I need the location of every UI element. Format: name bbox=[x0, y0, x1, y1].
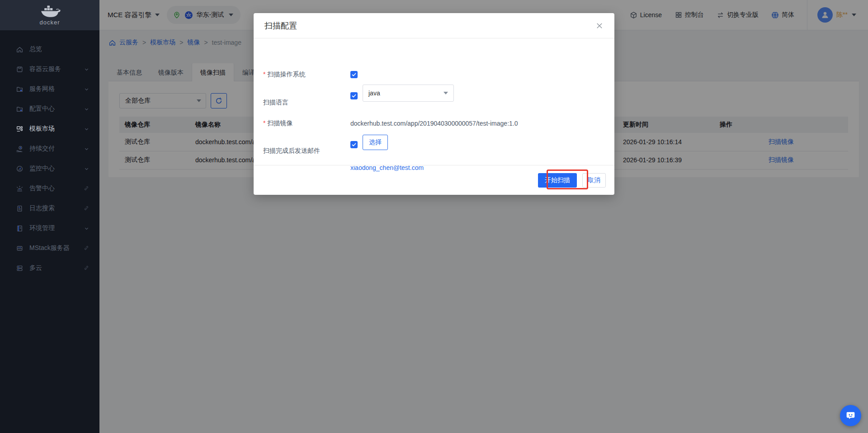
sidebar-item-label: 总览 bbox=[29, 45, 90, 53]
alert-center-icon bbox=[15, 184, 24, 193]
chevron-down-icon bbox=[83, 86, 90, 92]
server-icon bbox=[15, 244, 24, 253]
send-email-label: 扫描完成后发送邮件 bbox=[263, 147, 320, 155]
config-center-icon bbox=[15, 104, 24, 113]
chevron-down-icon bbox=[443, 92, 448, 94]
chevron-down-icon bbox=[83, 126, 90, 132]
sidebar-item-config-center[interactable]: 配置中心 bbox=[0, 99, 99, 119]
modal-title: 扫描配置 bbox=[264, 20, 297, 31]
page: docker 总览 容器云服务 服务网格 bbox=[0, 0, 868, 433]
chevron-down-icon bbox=[83, 165, 90, 172]
sidebar-item-multi-cloud[interactable]: 多云 bbox=[0, 258, 99, 278]
sidebar-item-log-search[interactable]: 日志搜索 bbox=[0, 198, 99, 218]
sidebar-item-overview[interactable]: 总览 bbox=[0, 39, 99, 59]
start-scan-button[interactable]: 开始扫描 bbox=[538, 173, 577, 188]
chevron-down-icon bbox=[83, 225, 90, 231]
docker-whale-icon bbox=[38, 5, 61, 19]
sidebar: docker 总览 容器云服务 服务网格 bbox=[0, 0, 99, 433]
sidebar-item-template-market[interactable]: 模板市场 bbox=[0, 119, 99, 139]
multi-cloud-icon bbox=[15, 264, 24, 273]
scan-image-value: dockerhub.test.com/app/2019040300000057/… bbox=[350, 120, 518, 127]
continuous-delivery-icon bbox=[15, 144, 24, 153]
chevron-down-icon bbox=[83, 146, 90, 152]
env-management-icon bbox=[15, 224, 24, 233]
modal-body: *扫描操作系统 扫描语言 java bbox=[254, 38, 614, 165]
sidebar-item-alert-center[interactable]: 告警中心 bbox=[0, 179, 99, 198]
brand-logo-text: docker bbox=[39, 19, 60, 26]
sidebar-item-monitor-center[interactable]: 监控中心 bbox=[0, 159, 99, 179]
chevron-down-icon bbox=[83, 106, 90, 112]
sidebar-item-label: 服务网格 bbox=[29, 85, 83, 93]
external-link-icon bbox=[83, 205, 90, 212]
sidebar-item-label: 持续交付 bbox=[29, 145, 83, 153]
chevron-down-icon bbox=[83, 66, 90, 72]
monitor-center-icon bbox=[15, 164, 24, 173]
language-select-value: java bbox=[368, 89, 443, 97]
sidebar-item-label: 模板市场 bbox=[29, 125, 83, 133]
modal-footer: 开始扫描 取消 bbox=[254, 165, 614, 195]
template-market-icon bbox=[15, 124, 24, 133]
sidebar-nav: 总览 容器云服务 服务网格 配置中心 bbox=[0, 30, 99, 278]
chat-bubble-icon bbox=[845, 410, 856, 421]
home-icon bbox=[15, 45, 24, 54]
sidebar-item-label: 容器云服务 bbox=[29, 65, 83, 73]
scan-image-label: *扫描镜像 bbox=[263, 119, 292, 127]
scan-os-checkbox[interactable] bbox=[350, 71, 358, 78]
support-chat-button[interactable] bbox=[840, 405, 861, 426]
scan-language-checkbox[interactable] bbox=[350, 92, 358, 99]
container-cloud-icon bbox=[15, 65, 24, 74]
required-asterisk: * bbox=[263, 71, 265, 78]
send-email-checkbox[interactable] bbox=[350, 141, 358, 148]
close-icon[interactable] bbox=[595, 22, 604, 30]
brand-logo[interactable]: docker bbox=[0, 0, 99, 30]
cancel-button[interactable]: 取消 bbox=[582, 173, 606, 188]
sidebar-item-continuous-delivery[interactable]: 持续交付 bbox=[0, 139, 99, 159]
sidebar-item-env-management[interactable]: 环境管理 bbox=[0, 218, 99, 238]
sidebar-item-label: 环境管理 bbox=[29, 224, 83, 232]
scan-os-label: *扫描操作系统 bbox=[263, 71, 305, 79]
sidebar-item-label: 配置中心 bbox=[29, 105, 83, 113]
scan-language-label: 扫描语言 bbox=[263, 99, 288, 107]
language-select[interactable]: java bbox=[363, 85, 454, 102]
sidebar-item-mstack-server[interactable]: MStack服务器 bbox=[0, 238, 99, 258]
sidebar-item-label: 告警中心 bbox=[29, 184, 83, 193]
sidebar-item-label: 多云 bbox=[29, 264, 83, 272]
sidebar-item-container-cloud[interactable]: 容器云服务 bbox=[0, 59, 99, 79]
external-link-icon bbox=[83, 265, 90, 271]
modal-header: 扫描配置 bbox=[254, 13, 614, 38]
log-search-icon bbox=[15, 204, 24, 213]
sidebar-item-label: 日志搜索 bbox=[29, 204, 83, 212]
sidebar-item-service-mesh[interactable]: 服务网格 bbox=[0, 79, 99, 99]
external-link-icon bbox=[83, 245, 90, 251]
select-recipients-button[interactable]: 选择 bbox=[363, 135, 388, 150]
service-mesh-icon bbox=[15, 85, 24, 94]
sidebar-item-label: MStack服务器 bbox=[29, 244, 83, 252]
required-asterisk: * bbox=[263, 119, 265, 127]
sidebar-item-label: 监控中心 bbox=[29, 165, 83, 173]
scan-config-modal: 扫描配置 *扫描操作系统 扫描语言 bbox=[254, 13, 614, 195]
external-link-icon bbox=[83, 185, 90, 192]
